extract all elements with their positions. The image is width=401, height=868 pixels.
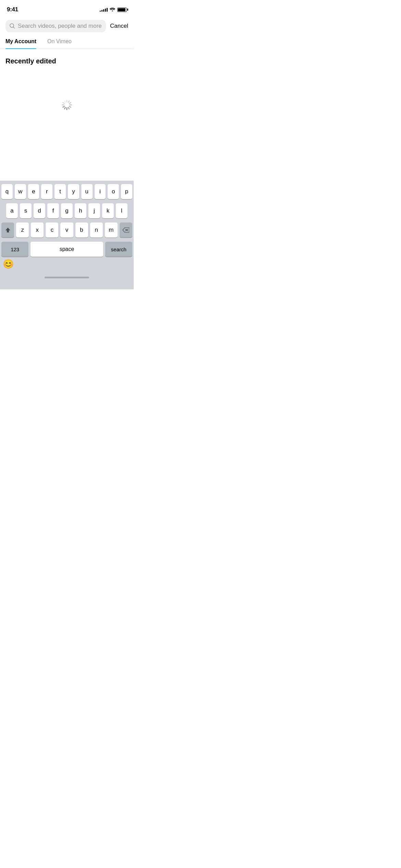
key-j[interactable]: j bbox=[88, 203, 100, 218]
tab-my-account[interactable]: My Account bbox=[0, 35, 42, 49]
key-n[interactable]: n bbox=[90, 222, 103, 238]
spinner bbox=[61, 99, 72, 110]
key-d[interactable]: d bbox=[34, 203, 45, 218]
key-e[interactable]: e bbox=[28, 184, 39, 199]
delete-key[interactable] bbox=[120, 222, 132, 238]
key-t[interactable]: t bbox=[54, 184, 66, 199]
status-icons bbox=[100, 7, 127, 12]
keyboard: q w e r t y u i o p a s d f g h j k l z … bbox=[0, 181, 134, 289]
keyboard-row-1: q w e r t y u i o p bbox=[0, 184, 134, 199]
tab-on-vimeo[interactable]: On Vimeo bbox=[42, 35, 77, 49]
content-area: Recently edited bbox=[0, 49, 134, 146]
cancel-button[interactable]: Cancel bbox=[110, 23, 128, 29]
loading-spinner bbox=[5, 72, 128, 138]
svg-rect-8 bbox=[66, 107, 68, 110]
key-b[interactable]: b bbox=[75, 222, 88, 238]
status-time: 9:41 bbox=[7, 6, 18, 13]
search-bar-container: Cancel bbox=[0, 17, 134, 35]
svg-rect-7 bbox=[68, 107, 70, 109]
key-m[interactable]: m bbox=[105, 222, 118, 238]
svg-rect-10 bbox=[62, 106, 65, 108]
key-w[interactable]: w bbox=[15, 184, 26, 199]
key-i[interactable]: i bbox=[95, 184, 106, 199]
key-x[interactable]: x bbox=[31, 222, 44, 238]
svg-rect-13 bbox=[64, 100, 66, 103]
numbers-key[interactable]: 123 bbox=[1, 242, 28, 257]
key-g[interactable]: g bbox=[61, 203, 73, 218]
keyboard-row-2: a s d f g h j k l bbox=[0, 203, 134, 218]
search-icon bbox=[10, 23, 15, 29]
key-f[interactable]: f bbox=[47, 203, 59, 218]
search-input[interactable] bbox=[18, 23, 102, 29]
svg-rect-12 bbox=[62, 102, 65, 104]
wifi-icon bbox=[110, 7, 115, 12]
svg-rect-6 bbox=[69, 106, 71, 108]
home-bar bbox=[45, 277, 89, 278]
svg-rect-5 bbox=[69, 105, 72, 106]
key-p[interactable]: p bbox=[121, 184, 132, 199]
svg-line-1 bbox=[13, 27, 15, 28]
svg-rect-11 bbox=[62, 105, 64, 106]
key-z[interactable]: z bbox=[16, 222, 29, 238]
space-key[interactable]: space bbox=[31, 242, 103, 257]
svg-rect-3 bbox=[68, 100, 70, 103]
emoji-row: 😊 bbox=[0, 257, 134, 272]
svg-rect-4 bbox=[69, 102, 71, 104]
key-r[interactable]: r bbox=[41, 184, 52, 199]
search-key[interactable]: search bbox=[105, 242, 132, 257]
key-s[interactable]: s bbox=[20, 203, 32, 218]
key-y[interactable]: y bbox=[68, 184, 79, 199]
shift-key[interactable] bbox=[1, 222, 14, 238]
key-o[interactable]: o bbox=[108, 184, 119, 199]
section-title: Recently edited bbox=[5, 57, 128, 65]
tabs-container: My Account On Vimeo bbox=[0, 35, 134, 49]
key-u[interactable]: u bbox=[81, 184, 93, 199]
keyboard-row-3: z x c v b n m bbox=[0, 222, 134, 238]
tab-active-underline bbox=[5, 48, 36, 49]
key-l[interactable]: l bbox=[116, 203, 127, 218]
key-q[interactable]: q bbox=[1, 184, 13, 199]
battery-icon bbox=[117, 8, 127, 12]
home-indicator bbox=[0, 272, 134, 282]
key-c[interactable]: c bbox=[46, 222, 58, 238]
key-v[interactable]: v bbox=[60, 222, 73, 238]
svg-rect-9 bbox=[64, 107, 66, 109]
signal-icon bbox=[100, 8, 108, 12]
key-a[interactable]: a bbox=[6, 203, 18, 218]
key-h[interactable]: h bbox=[75, 203, 86, 218]
emoji-key[interactable]: 😊 bbox=[3, 259, 14, 269]
search-input-wrapper[interactable] bbox=[5, 20, 106, 32]
key-k[interactable]: k bbox=[102, 203, 114, 218]
status-bar: 9:41 bbox=[0, 0, 134, 17]
keyboard-bottom-row: 123 space search bbox=[0, 242, 134, 257]
svg-rect-2 bbox=[66, 100, 68, 103]
